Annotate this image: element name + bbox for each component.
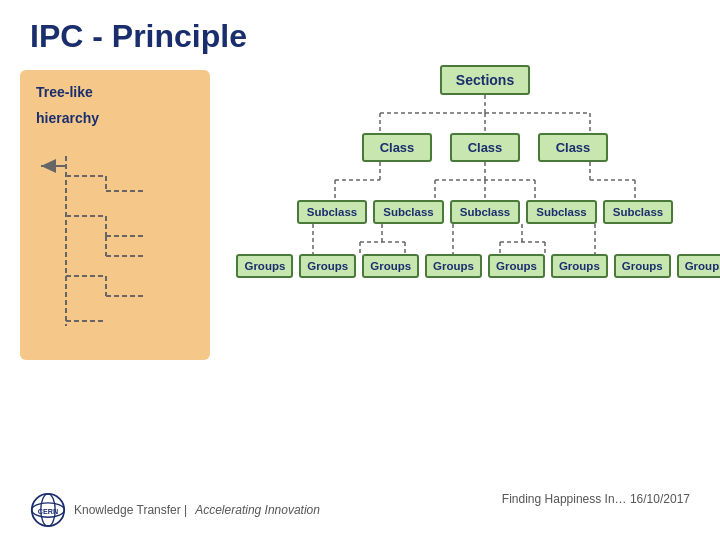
groups-row: Groups Groups Groups Groups Groups Group…: [236, 254, 720, 278]
group-node-5: Groups: [488, 254, 545, 278]
subclass-to-groups-connector: [275, 224, 695, 254]
subclass-node-2: Subclass: [373, 200, 444, 224]
sections-row: Sections: [440, 65, 530, 95]
subclass-node-5: Subclass: [603, 200, 674, 224]
class-node-1: Class: [362, 133, 432, 162]
cern-logo: CERN: [30, 492, 66, 528]
group-node-4: Groups: [425, 254, 482, 278]
group-node-6: Groups: [551, 254, 608, 278]
svg-text:CERN: CERN: [38, 507, 58, 516]
right-panel: Sections Class Class Class: [210, 70, 720, 360]
subclass-node-3: Subclass: [450, 200, 521, 224]
footer: CERN Knowledge Transfer | Accelerating I…: [0, 492, 720, 528]
hierarchy-label-line2: hierarchy: [36, 110, 200, 126]
page-title: IPC - Principle: [0, 0, 720, 65]
group-node-3: Groups: [362, 254, 419, 278]
left-panel: Tree-like hierarchy: [20, 70, 210, 360]
tree-diagram: [36, 136, 191, 346]
group-node-8: Groups: [677, 254, 720, 278]
class-node-3: Class: [538, 133, 608, 162]
subclass-node-1: Subclass: [297, 200, 368, 224]
sections-to-class-connector: [275, 95, 695, 133]
subclass-row: Subclass Subclass Subclass Subclass Subc…: [297, 200, 674, 224]
diagram-container: Sections Class Class Class: [240, 65, 720, 278]
footer-text-italic: Accelerating Innovation: [195, 503, 320, 517]
group-node-2: Groups: [299, 254, 356, 278]
hierarchy-label-line1: Tree-like: [36, 84, 200, 100]
sections-node: Sections: [440, 65, 530, 95]
group-node-7: Groups: [614, 254, 671, 278]
footer-right: Finding Happiness In… 16/10/2017: [502, 492, 690, 528]
class-row: Class Class Class: [362, 133, 608, 162]
footer-text-right: Finding Happiness In… 16/10/2017: [502, 492, 690, 506]
subclass-node-4: Subclass: [526, 200, 597, 224]
footer-left: CERN Knowledge Transfer | Accelerating I…: [30, 492, 320, 528]
class-node-2: Class: [450, 133, 520, 162]
group-node-1: Groups: [236, 254, 293, 278]
class-to-subclass-connector: [275, 162, 695, 200]
footer-text-left: Knowledge Transfer |: [74, 503, 187, 517]
